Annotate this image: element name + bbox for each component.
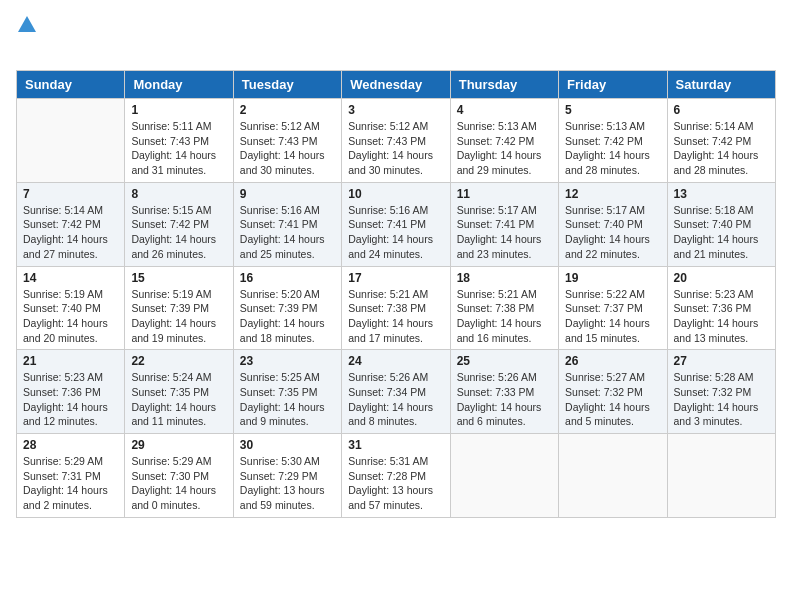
calendar-cell: 1Sunrise: 5:11 AM Sunset: 7:43 PM Daylig… — [125, 99, 233, 183]
calendar-cell: 24Sunrise: 5:26 AM Sunset: 7:34 PM Dayli… — [342, 350, 450, 434]
day-number: 30 — [240, 438, 335, 452]
header-sunday: Sunday — [17, 71, 125, 99]
day-detail: Sunrise: 5:30 AM Sunset: 7:29 PM Dayligh… — [240, 454, 335, 513]
day-number: 2 — [240, 103, 335, 117]
calendar-cell: 22Sunrise: 5:24 AM Sunset: 7:35 PM Dayli… — [125, 350, 233, 434]
day-detail: Sunrise: 5:19 AM Sunset: 7:39 PM Dayligh… — [131, 287, 226, 346]
calendar-header-row: SundayMondayTuesdayWednesdayThursdayFrid… — [17, 71, 776, 99]
day-detail: Sunrise: 5:26 AM Sunset: 7:34 PM Dayligh… — [348, 370, 443, 429]
calendar-cell: 18Sunrise: 5:21 AM Sunset: 7:38 PM Dayli… — [450, 266, 558, 350]
calendar-cell: 13Sunrise: 5:18 AM Sunset: 7:40 PM Dayli… — [667, 182, 775, 266]
day-detail: Sunrise: 5:17 AM Sunset: 7:40 PM Dayligh… — [565, 203, 660, 262]
calendar-week-row: 28Sunrise: 5:29 AM Sunset: 7:31 PM Dayli… — [17, 434, 776, 518]
day-number: 9 — [240, 187, 335, 201]
day-number: 23 — [240, 354, 335, 368]
day-number: 8 — [131, 187, 226, 201]
calendar-cell: 30Sunrise: 5:30 AM Sunset: 7:29 PM Dayli… — [233, 434, 341, 518]
header-wednesday: Wednesday — [342, 71, 450, 99]
day-detail: Sunrise: 5:29 AM Sunset: 7:31 PM Dayligh… — [23, 454, 118, 513]
calendar-cell: 8Sunrise: 5:15 AM Sunset: 7:42 PM Daylig… — [125, 182, 233, 266]
day-number: 16 — [240, 271, 335, 285]
calendar-cell: 26Sunrise: 5:27 AM Sunset: 7:32 PM Dayli… — [559, 350, 667, 434]
calendar-cell: 27Sunrise: 5:28 AM Sunset: 7:32 PM Dayli… — [667, 350, 775, 434]
day-number: 15 — [131, 271, 226, 285]
day-detail: Sunrise: 5:21 AM Sunset: 7:38 PM Dayligh… — [457, 287, 552, 346]
header-thursday: Thursday — [450, 71, 558, 99]
day-number: 27 — [674, 354, 769, 368]
day-number: 11 — [457, 187, 552, 201]
day-detail: Sunrise: 5:16 AM Sunset: 7:41 PM Dayligh… — [348, 203, 443, 262]
day-number: 20 — [674, 271, 769, 285]
day-number: 24 — [348, 354, 443, 368]
day-detail: Sunrise: 5:24 AM Sunset: 7:35 PM Dayligh… — [131, 370, 226, 429]
day-detail: Sunrise: 5:15 AM Sunset: 7:42 PM Dayligh… — [131, 203, 226, 262]
calendar-week-row: 14Sunrise: 5:19 AM Sunset: 7:40 PM Dayli… — [17, 266, 776, 350]
calendar-cell: 28Sunrise: 5:29 AM Sunset: 7:31 PM Dayli… — [17, 434, 125, 518]
day-number: 18 — [457, 271, 552, 285]
day-detail: Sunrise: 5:25 AM Sunset: 7:35 PM Dayligh… — [240, 370, 335, 429]
day-number: 19 — [565, 271, 660, 285]
calendar-cell: 11Sunrise: 5:17 AM Sunset: 7:41 PM Dayli… — [450, 182, 558, 266]
day-detail: Sunrise: 5:18 AM Sunset: 7:40 PM Dayligh… — [674, 203, 769, 262]
calendar-table: SundayMondayTuesdayWednesdayThursdayFrid… — [16, 70, 776, 518]
day-detail: Sunrise: 5:12 AM Sunset: 7:43 PM Dayligh… — [348, 119, 443, 178]
page-header — [16, 16, 776, 62]
day-number: 21 — [23, 354, 118, 368]
day-number: 14 — [23, 271, 118, 285]
calendar-cell: 12Sunrise: 5:17 AM Sunset: 7:40 PM Dayli… — [559, 182, 667, 266]
calendar-cell: 16Sunrise: 5:20 AM Sunset: 7:39 PM Dayli… — [233, 266, 341, 350]
calendar-cell: 4Sunrise: 5:13 AM Sunset: 7:42 PM Daylig… — [450, 99, 558, 183]
calendar-cell: 2Sunrise: 5:12 AM Sunset: 7:43 PM Daylig… — [233, 99, 341, 183]
calendar-cell: 20Sunrise: 5:23 AM Sunset: 7:36 PM Dayli… — [667, 266, 775, 350]
day-number: 17 — [348, 271, 443, 285]
calendar-week-row: 1Sunrise: 5:11 AM Sunset: 7:43 PM Daylig… — [17, 99, 776, 183]
calendar-cell: 9Sunrise: 5:16 AM Sunset: 7:41 PM Daylig… — [233, 182, 341, 266]
day-detail: Sunrise: 5:13 AM Sunset: 7:42 PM Dayligh… — [565, 119, 660, 178]
day-number: 4 — [457, 103, 552, 117]
calendar-cell: 6Sunrise: 5:14 AM Sunset: 7:42 PM Daylig… — [667, 99, 775, 183]
day-number: 29 — [131, 438, 226, 452]
header-tuesday: Tuesday — [233, 71, 341, 99]
day-detail: Sunrise: 5:26 AM Sunset: 7:33 PM Dayligh… — [457, 370, 552, 429]
calendar-cell — [17, 99, 125, 183]
day-number: 13 — [674, 187, 769, 201]
day-number: 22 — [131, 354, 226, 368]
logo-wing-icon — [18, 16, 36, 32]
day-detail: Sunrise: 5:23 AM Sunset: 7:36 PM Dayligh… — [674, 287, 769, 346]
calendar-cell: 17Sunrise: 5:21 AM Sunset: 7:38 PM Dayli… — [342, 266, 450, 350]
day-detail: Sunrise: 5:13 AM Sunset: 7:42 PM Dayligh… — [457, 119, 552, 178]
day-detail: Sunrise: 5:11 AM Sunset: 7:43 PM Dayligh… — [131, 119, 226, 178]
calendar-cell: 19Sunrise: 5:22 AM Sunset: 7:37 PM Dayli… — [559, 266, 667, 350]
calendar-cell: 14Sunrise: 5:19 AM Sunset: 7:40 PM Dayli… — [17, 266, 125, 350]
calendar-cell — [450, 434, 558, 518]
day-number: 5 — [565, 103, 660, 117]
day-detail: Sunrise: 5:16 AM Sunset: 7:41 PM Dayligh… — [240, 203, 335, 262]
header-monday: Monday — [125, 71, 233, 99]
day-detail: Sunrise: 5:14 AM Sunset: 7:42 PM Dayligh… — [674, 119, 769, 178]
calendar-cell: 31Sunrise: 5:31 AM Sunset: 7:28 PM Dayli… — [342, 434, 450, 518]
day-detail: Sunrise: 5:17 AM Sunset: 7:41 PM Dayligh… — [457, 203, 552, 262]
calendar-cell: 3Sunrise: 5:12 AM Sunset: 7:43 PM Daylig… — [342, 99, 450, 183]
day-number: 25 — [457, 354, 552, 368]
calendar-week-row: 21Sunrise: 5:23 AM Sunset: 7:36 PM Dayli… — [17, 350, 776, 434]
calendar-cell: 23Sunrise: 5:25 AM Sunset: 7:35 PM Dayli… — [233, 350, 341, 434]
logo — [16, 16, 36, 62]
day-detail: Sunrise: 5:28 AM Sunset: 7:32 PM Dayligh… — [674, 370, 769, 429]
day-number: 3 — [348, 103, 443, 117]
calendar-cell: 29Sunrise: 5:29 AM Sunset: 7:30 PM Dayli… — [125, 434, 233, 518]
day-detail: Sunrise: 5:22 AM Sunset: 7:37 PM Dayligh… — [565, 287, 660, 346]
header-friday: Friday — [559, 71, 667, 99]
day-number: 1 — [131, 103, 226, 117]
day-number: 7 — [23, 187, 118, 201]
day-detail: Sunrise: 5:27 AM Sunset: 7:32 PM Dayligh… — [565, 370, 660, 429]
day-detail: Sunrise: 5:21 AM Sunset: 7:38 PM Dayligh… — [348, 287, 443, 346]
calendar-cell: 5Sunrise: 5:13 AM Sunset: 7:42 PM Daylig… — [559, 99, 667, 183]
day-number: 31 — [348, 438, 443, 452]
day-detail: Sunrise: 5:12 AM Sunset: 7:43 PM Dayligh… — [240, 119, 335, 178]
day-number: 28 — [23, 438, 118, 452]
day-detail: Sunrise: 5:19 AM Sunset: 7:40 PM Dayligh… — [23, 287, 118, 346]
day-number: 12 — [565, 187, 660, 201]
calendar-week-row: 7Sunrise: 5:14 AM Sunset: 7:42 PM Daylig… — [17, 182, 776, 266]
calendar-cell — [667, 434, 775, 518]
day-detail: Sunrise: 5:23 AM Sunset: 7:36 PM Dayligh… — [23, 370, 118, 429]
